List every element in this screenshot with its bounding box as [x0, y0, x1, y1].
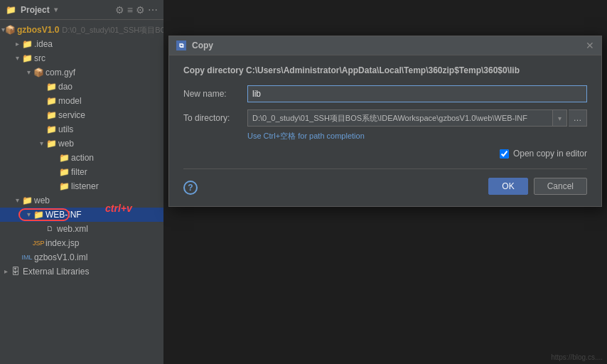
folder-web-comgyf-icon: 📁 — [45, 137, 57, 150]
tree-item-utils[interactable]: 📁 utils — [0, 122, 163, 136]
dialog-button-row: ? OK Cancel — [183, 168, 587, 195]
tree-item-service[interactable]: 📁 service — [0, 108, 163, 122]
panel-dropdown-arrow[interactable]: ▾ — [54, 6, 58, 14]
open-copy-checkbox-row: Open copy in editor — [183, 149, 587, 159]
project-panel: 📁 Project ▾ ⚙ ≡ ⚙ ⋯ ▾ 📦 gzbosV1.0 D:\0_0… — [0, 0, 163, 364]
tree-label-webinf: WEB-INF — [45, 208, 82, 221]
open-copy-checkbox[interactable] — [500, 149, 509, 159]
folder-filter-icon: 📁 — [58, 166, 70, 178]
tree-item-model[interactable]: 📁 model — [0, 94, 163, 108]
tree-item-dao[interactable]: 📁 dao — [0, 80, 163, 94]
tree-item-iml[interactable]: IML gzbosV1.0.iml — [0, 250, 163, 264]
path-completion-hint: Use Ctrl+空格 for path completion — [247, 131, 587, 141]
tree-item-webxml[interactable]: 🗋 web.xml — [0, 222, 163, 236]
tree-label-web-comgyf: web — [58, 137, 74, 150]
tree-label-extlib: External Libraries — [23, 265, 89, 278]
folder-root-icon: 📦 — [5, 23, 16, 36]
tree-label-model: model — [58, 95, 82, 107]
tree-label-src: src — [34, 52, 45, 65]
arrow-web-comgyf: ▾ — [37, 137, 45, 150]
browse-button[interactable]: … — [569, 109, 587, 127]
dialog-titlebar: ⧉ Copy ✕ — [169, 36, 601, 55]
ok-button[interactable]: OK — [488, 178, 527, 195]
folder-webinf-icon: 📁 — [33, 208, 44, 221]
jsp-file-icon: JSP — [33, 237, 44, 250]
tree-label-comgyf: com.gyf — [45, 66, 75, 79]
main-area: ⧉ Copy ✕ Copy directory C:\Users\Adminis… — [163, 0, 607, 364]
iml-file-icon: IML — [21, 251, 33, 264]
panel-title-area: 📁 Project ▾ — [6, 5, 58, 15]
folder-action-icon: 📁 — [58, 151, 70, 164]
folder-listener-icon: 📁 — [58, 180, 70, 193]
tree-label-listener: listener — [71, 180, 99, 193]
dialog-title-icon: ⧉ — [176, 41, 186, 50]
to-directory-label: To directory: — [183, 113, 247, 123]
tree-label-root: gzbosV1.0 — [17, 23, 59, 36]
directory-dropdown-arrow[interactable]: ▾ — [553, 109, 567, 127]
file-tree: ▾ 📦 gzbosV1.0 D:\0_0_study\01_SSH项目BOS系统… — [0, 20, 163, 364]
tree-label-iml: gzbosV1.0.iml — [34, 251, 87, 264]
tree-item-extlib[interactable]: ▸ 🗄 External Libraries — [0, 264, 163, 279]
tree-item-root[interactable]: ▾ 📦 gzbosV1.0 D:\0_0_study\01_SSH项目BOS系统… — [0, 23, 163, 37]
dialog-body: Copy directory C:\Users\Administrator\Ap… — [169, 55, 601, 206]
tree-label-action: action — [71, 151, 94, 164]
tree-item-web-comgyf[interactable]: ▾ 📁 web — [0, 136, 163, 151]
new-name-row: New name: — [183, 85, 587, 102]
tree-item-action[interactable]: 📁 action — [0, 151, 163, 165]
tree-item-src[interactable]: ▾ 📁 src — [0, 51, 163, 65]
folder-utils-icon: 📁 — [45, 123, 57, 136]
directory-select-wrapper: D:\0_0_study\01_SSH项目BOS系统\IDEAWorkspace… — [247, 109, 567, 127]
xml-file-icon: 🗋 — [44, 223, 55, 235]
cancel-button[interactable]: Cancel — [534, 178, 587, 195]
folder-web-icon: 📁 — [21, 194, 33, 207]
more-icon[interactable]: ⋯ — [148, 4, 158, 16]
tree-item-filter[interactable]: 📁 filter — [0, 165, 163, 179]
dialog-title-left: ⧉ Copy — [176, 41, 213, 50]
tree-item-listener[interactable]: 📁 listener — [0, 179, 163, 193]
panel-title: Project — [21, 5, 50, 15]
tree-label-idea: .idea — [34, 38, 53, 50]
tree-item-web[interactable]: ▾ 📁 web — [0, 193, 163, 208]
copy-dialog: ⧉ Copy ✕ Copy directory C:\Users\Adminis… — [168, 36, 602, 207]
arrow-extlib: ▸ — [1, 265, 10, 278]
tree-item-webinf[interactable]: ▾ 📁 WEB-INF — [0, 208, 163, 222]
to-directory-row: To directory: D:\0_0_study\01_SSH项目BOS系统… — [183, 109, 587, 127]
help-button[interactable]: ? — [183, 181, 198, 195]
folder-src-icon: 📁 — [21, 52, 33, 65]
folder-extlib-icon: 🗄 — [10, 265, 21, 278]
project-icon: 📁 — [6, 5, 16, 15]
tree-label-utils: utils — [58, 123, 73, 136]
folder-service-icon: 📁 — [45, 109, 57, 122]
tree-label-webxml: web.xml — [57, 223, 88, 235]
tree-label-filter: filter — [71, 166, 87, 178]
dialog-close-button[interactable]: ✕ — [586, 41, 594, 50]
folder-model-icon: 📁 — [45, 95, 57, 107]
arrow-web: ▾ — [13, 194, 21, 207]
tree-label-dao: dao — [58, 80, 72, 93]
collapse-icon[interactable]: ≡ — [127, 4, 133, 16]
tree-label-service: service — [58, 109, 85, 122]
tree-item-comgyf[interactable]: ▾ 📦 com.gyf — [0, 65, 163, 80]
tree-item-idea[interactable]: ▸ 📁 .idea — [0, 37, 163, 51]
tree-label-web: web — [34, 194, 50, 207]
tree-label-indexjsp: index.jsp — [45, 237, 79, 250]
folder-comgyf-icon: 📦 — [33, 66, 44, 79]
new-name-label: New name: — [183, 89, 247, 99]
panel-toolbar: ⚙ ≡ ⚙ ⋯ — [115, 4, 158, 16]
new-name-input[interactable] — [247, 85, 587, 102]
arrow-src: ▾ — [13, 52, 21, 65]
tree-subtitle-root: D:\0_0_study\01_SSH项目BOS系统\IDEAWorkspace… — [62, 23, 163, 36]
tree-item-indexjsp[interactable]: JSP index.jsp — [0, 236, 163, 250]
arrow-webinf: ▾ — [24, 208, 33, 221]
dialog-description: Copy directory C:\Users\Administrator\Ap… — [183, 65, 587, 75]
sync-icon[interactable]: ⚙ — [115, 4, 124, 16]
arrow-idea: ▸ — [13, 38, 21, 50]
directory-select-value[interactable]: D:\0_0_study\01_SSH项目BOS系统\IDEAWorkspace… — [247, 109, 553, 127]
folder-idea-icon: 📁 — [21, 38, 33, 50]
settings-icon[interactable]: ⚙ — [136, 4, 145, 16]
open-copy-label[interactable]: Open copy in editor — [513, 149, 587, 159]
folder-dao-icon: 📁 — [45, 80, 57, 93]
arrow-comgyf: ▾ — [24, 66, 33, 79]
panel-header: 📁 Project ▾ ⚙ ≡ ⚙ ⋯ — [0, 0, 163, 20]
dialog-title-text: Copy — [192, 41, 213, 50]
